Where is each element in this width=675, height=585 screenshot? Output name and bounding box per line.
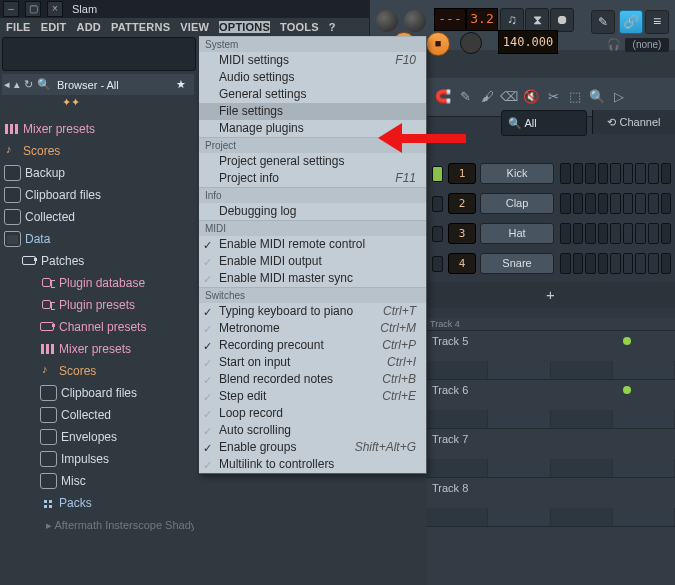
tree-item-plugin-database[interactable]: Plugin database bbox=[4, 272, 194, 294]
metronome-icon[interactable]: ♫ bbox=[500, 8, 524, 32]
channel-name-button[interactable]: Snare bbox=[480, 253, 554, 274]
track-cell[interactable] bbox=[551, 361, 613, 379]
menu-item-midi-settings[interactable]: MIDI settingsF10 bbox=[199, 52, 426, 69]
erase-icon[interactable]: ⌫ bbox=[500, 88, 518, 106]
tree-item-clipboard-files[interactable]: Clipboard files bbox=[4, 382, 194, 404]
step-cell[interactable] bbox=[610, 223, 621, 244]
window-close-button[interactable]: × bbox=[47, 1, 63, 17]
menu-view[interactable]: VIEW bbox=[180, 21, 209, 33]
tree-item-impulses[interactable]: Impulses bbox=[4, 448, 194, 470]
step-cell[interactable] bbox=[585, 193, 596, 214]
menu-item-step-edit[interactable]: ✓Step editCtrl+E bbox=[199, 388, 426, 405]
track-cell[interactable] bbox=[613, 361, 675, 379]
menu-add[interactable]: ADD bbox=[77, 21, 101, 33]
menu-item-auto-scrolling[interactable]: ✓Auto scrolling bbox=[199, 422, 426, 439]
tree-item-scores[interactable]: Scores bbox=[4, 360, 194, 382]
search-icon[interactable]: 🔍 bbox=[37, 78, 51, 91]
window-maximize-button[interactable]: ▢ bbox=[25, 1, 41, 17]
browser-refresh-icon[interactable]: ↻ bbox=[24, 78, 33, 91]
tree-item-truncated[interactable]: ▸ Aftermath Insterscope Shady Records Dr… bbox=[4, 514, 194, 536]
menu-patterns[interactable]: PATTERNS bbox=[111, 21, 170, 33]
menu-item-blend-recorded-notes[interactable]: ✓Blend recorded notesCtrl+B bbox=[199, 371, 426, 388]
channel-rack-button[interactable]: ⟲ Channel bbox=[592, 110, 675, 134]
track-cell[interactable] bbox=[426, 410, 488, 428]
channel-name-button[interactable]: Clap bbox=[480, 193, 554, 214]
bar-lcd[interactable]: 3.2 bbox=[466, 8, 498, 31]
channel-led[interactable] bbox=[432, 166, 443, 182]
window-minimize-button[interactable]: – bbox=[3, 1, 19, 17]
step-cell[interactable] bbox=[573, 163, 584, 184]
track-cell[interactable] bbox=[613, 508, 675, 526]
track-cell[interactable] bbox=[426, 508, 488, 526]
menu-item-enable-midi-master-sync[interactable]: ✓Enable MIDI master sync bbox=[199, 270, 426, 287]
menu-item-general-settings[interactable]: General settings bbox=[199, 86, 426, 103]
step-cell[interactable] bbox=[661, 163, 672, 184]
track-cell[interactable] bbox=[488, 459, 550, 477]
browser-tree[interactable]: Mixer presetsScoresBackupClipboard files… bbox=[4, 118, 194, 585]
menu-item-enable-midi-output[interactable]: ✓Enable MIDI output bbox=[199, 253, 426, 270]
step-cell[interactable] bbox=[585, 223, 596, 244]
tree-item-collected[interactable]: Collected bbox=[4, 206, 194, 228]
track-cell[interactable] bbox=[551, 410, 613, 428]
browser-up-icon[interactable]: ▴ bbox=[14, 78, 20, 91]
output-none-label[interactable]: (none) bbox=[625, 38, 669, 52]
menu-item-file-settings[interactable]: File settings bbox=[199, 103, 426, 120]
record-button[interactable] bbox=[460, 32, 482, 54]
track-cell[interactable] bbox=[488, 361, 550, 379]
slice-icon[interactable]: ✂ bbox=[544, 88, 562, 106]
menu-item-metronome[interactable]: ✓MetronomeCtrl+M bbox=[199, 320, 426, 337]
step-cell[interactable] bbox=[560, 253, 571, 274]
menu-item-project-info[interactable]: Project infoF11 bbox=[199, 170, 426, 187]
playlist-track-track-5[interactable]: Track 5 bbox=[426, 331, 675, 380]
menu-tools[interactable]: TOOLS bbox=[280, 21, 319, 33]
menu-options[interactable]: OPTIONS bbox=[219, 21, 270, 33]
tree-item-packs[interactable]: Packs bbox=[4, 492, 194, 514]
playlist-track-track-4[interactable]: Track 4 bbox=[426, 318, 675, 331]
channel-led[interactable] bbox=[432, 226, 443, 242]
step-cell[interactable] bbox=[648, 193, 659, 214]
channel-led[interactable] bbox=[432, 256, 443, 272]
menu-item-recording-precount[interactable]: ✓Recording precountCtrl+P bbox=[199, 337, 426, 354]
step-cell[interactable] bbox=[610, 163, 621, 184]
tree-item-envelopes[interactable]: Envelopes bbox=[4, 426, 194, 448]
tree-item-scores[interactable]: Scores bbox=[4, 140, 194, 162]
step-cell[interactable] bbox=[661, 253, 672, 274]
step-cell[interactable] bbox=[648, 253, 659, 274]
track-cell[interactable] bbox=[426, 361, 488, 379]
channel-number[interactable]: 2 bbox=[448, 193, 476, 214]
tree-item-mixer-presets[interactable]: Mixer presets bbox=[4, 338, 194, 360]
track-cell[interactable] bbox=[551, 508, 613, 526]
step-cell[interactable] bbox=[573, 253, 584, 274]
tree-item-misc[interactable]: Misc bbox=[4, 470, 194, 492]
tree-item-collected[interactable]: Collected bbox=[4, 404, 194, 426]
tempo-display[interactable]: 140.000 bbox=[498, 30, 558, 54]
step-cell[interactable] bbox=[598, 163, 609, 184]
pencil-icon[interactable]: ✎ bbox=[456, 88, 474, 106]
menu-item-enable-midi-remote-control[interactable]: ✓Enable MIDI remote control bbox=[199, 236, 426, 253]
browser-back-icon[interactable]: ◂ bbox=[4, 78, 10, 91]
tree-item-mixer-presets[interactable]: Mixer presets bbox=[4, 118, 194, 140]
step-cell[interactable] bbox=[610, 253, 621, 274]
track-cell[interactable] bbox=[613, 459, 675, 477]
track-cell[interactable] bbox=[488, 410, 550, 428]
track-cell[interactable] bbox=[613, 410, 675, 428]
step-cell[interactable] bbox=[560, 223, 571, 244]
brush-tool-icon[interactable]: ✎ bbox=[591, 10, 615, 34]
menu-item-enable-groups[interactable]: ✓Enable groupsShift+Alt+G bbox=[199, 439, 426, 456]
step-cell[interactable] bbox=[623, 253, 634, 274]
pattern-lcd[interactable]: --- bbox=[434, 8, 466, 31]
select-icon[interactable]: ⬚ bbox=[566, 88, 584, 106]
tree-item-patches[interactable]: Patches bbox=[4, 250, 194, 272]
main-volume-knob[interactable] bbox=[376, 10, 398, 32]
step-cell[interactable] bbox=[661, 223, 672, 244]
step-cell[interactable] bbox=[648, 163, 659, 184]
step-cell[interactable] bbox=[623, 223, 634, 244]
step-cell[interactable] bbox=[560, 193, 571, 214]
playlist-track-track-6[interactable]: Track 6 bbox=[426, 380, 675, 429]
add-channel-button[interactable]: + bbox=[426, 282, 675, 308]
menu-item-debugging-log[interactable]: Debugging log bbox=[199, 203, 426, 220]
tree-item-plugin-presets[interactable]: Plugin presets bbox=[4, 294, 194, 316]
menu-item-typing-keyboard-to-piano[interactable]: ✓Typing keyboard to pianoCtrl+T bbox=[199, 303, 426, 320]
channel-name-button[interactable]: Hat bbox=[480, 223, 554, 244]
step-cell[interactable] bbox=[585, 163, 596, 184]
